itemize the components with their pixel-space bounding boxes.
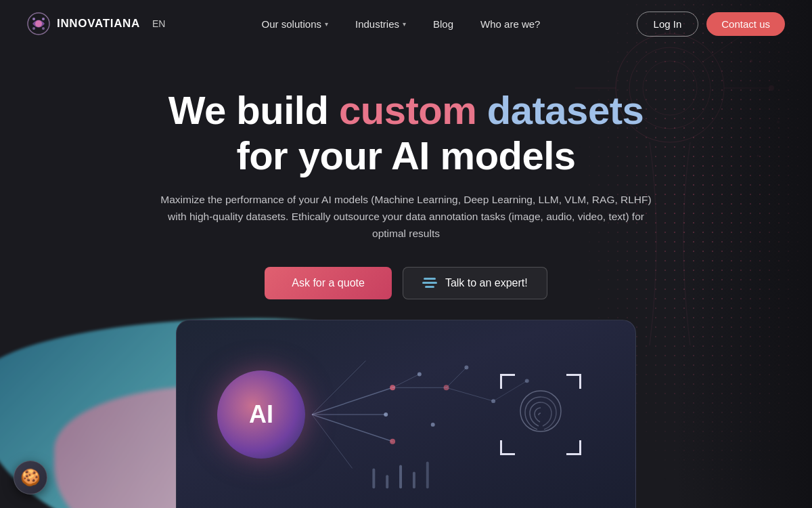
svg-line-35 xyxy=(447,367,467,387)
logo-icon xyxy=(27,12,50,35)
expert-button-label: Talk to an expert! xyxy=(445,277,528,289)
hero-title-line2: for your AI models xyxy=(168,133,644,179)
hero-title-plain: We build xyxy=(168,88,339,132)
chevron-down-icon: ▾ xyxy=(325,20,328,28)
svg-point-25 xyxy=(384,412,388,417)
nav-item-solutions[interactable]: Our solutions ▾ xyxy=(251,13,339,35)
hero-section: We build custom datasets for your AI mod… xyxy=(0,47,812,508)
svg-point-29 xyxy=(431,423,435,427)
cookie-icon: 🍪 xyxy=(20,468,41,487)
hero-title-datasets: datasets xyxy=(476,88,644,132)
nav-item-industries[interactable]: Industries ▾ xyxy=(344,13,417,35)
quote-button[interactable]: Ask for a quote xyxy=(265,267,392,299)
scan-box xyxy=(500,374,581,455)
nav-right: Log In Contact us xyxy=(637,12,785,37)
svg-point-17 xyxy=(32,27,35,30)
hero-illustration: AI xyxy=(176,320,636,508)
svg-rect-42 xyxy=(426,461,429,488)
svg-line-23 xyxy=(312,415,353,468)
svg-line-36 xyxy=(447,387,494,401)
svg-point-18 xyxy=(42,27,45,30)
nav-language[interactable]: EN xyxy=(152,18,165,29)
ai-circle: AI xyxy=(217,371,305,459)
layers-icon xyxy=(422,278,437,288)
fingerprint-icon xyxy=(517,387,564,442)
svg-point-14 xyxy=(35,20,42,27)
chevron-down-icon: ▾ xyxy=(403,20,406,28)
svg-line-19 xyxy=(312,387,392,415)
expert-button[interactable]: Talk to an expert! xyxy=(403,267,547,299)
nav-item-blog[interactable]: Blog xyxy=(422,13,464,35)
nav-logo[interactable]: INNOVATIANA xyxy=(27,12,140,35)
hero-card: AI xyxy=(176,320,636,508)
hero-title: We build custom datasets for your AI mod… xyxy=(168,88,644,178)
contact-button[interactable]: Contact us xyxy=(706,12,785,36)
hero-buttons: Ask for a quote Talk to an expert! xyxy=(265,267,547,299)
svg-point-15 xyxy=(32,18,35,20)
scan-corner-tr xyxy=(566,374,581,389)
brand-name: INNOVATIANA xyxy=(57,17,140,30)
svg-rect-38 xyxy=(372,468,375,488)
svg-point-16 xyxy=(42,18,45,20)
cookie-badge[interactable]: 🍪 xyxy=(14,461,47,494)
svg-rect-40 xyxy=(399,465,402,488)
hero-title-custom: custom xyxy=(339,88,476,132)
scan-corner-bl xyxy=(500,440,515,455)
svg-line-21 xyxy=(312,415,392,442)
svg-rect-39 xyxy=(386,475,388,488)
svg-line-22 xyxy=(312,360,365,414)
svg-point-26 xyxy=(390,439,395,444)
hero-subtitle: Maximize the performance of your AI mode… xyxy=(156,192,656,242)
svg-rect-41 xyxy=(413,471,415,488)
scan-corner-tl xyxy=(500,374,515,389)
login-button[interactable]: Log In xyxy=(637,12,699,37)
nav-item-about[interactable]: Who are we? xyxy=(470,13,551,35)
navbar: INNOVATIANA EN Our solutions ▾ Industrie… xyxy=(0,0,812,47)
scan-corner-br xyxy=(566,440,581,455)
nav-center: Our solutions ▾ Industries ▾ Blog Who ar… xyxy=(251,13,551,35)
svg-line-34 xyxy=(392,374,420,387)
